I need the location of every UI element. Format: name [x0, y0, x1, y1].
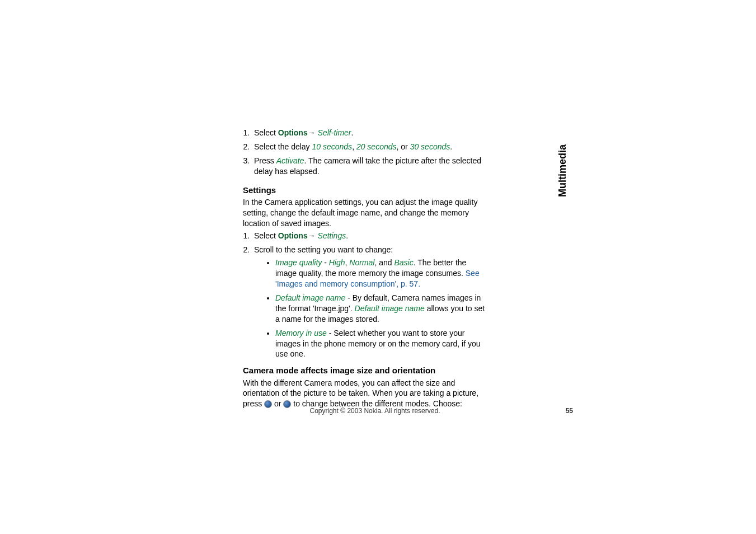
default-image-name-bullet: Default image name - By default, Camera … — [275, 293, 489, 325]
step-3: Press Activate. The camera will take the… — [252, 156, 489, 177]
text: Press — [254, 156, 276, 165]
page-footer: Copyright © 2003 Nokia. All rights reser… — [243, 407, 573, 415]
arrow: → — [308, 231, 316, 240]
quality-basic: Basic — [394, 258, 413, 267]
delay-30s: 30 seconds — [410, 142, 450, 151]
period: . — [351, 128, 354, 137]
copyright-text: Copyright © 2003 Nokia. All rights reser… — [243, 407, 507, 415]
page-container: Multimedia Select Options→ Self-timer. S… — [0, 0, 756, 534]
settings-step-1: Select Options→ Settings. — [252, 231, 489, 241]
period: . — [450, 142, 452, 151]
quality-high: High — [329, 258, 345, 267]
step-2: Select the delay 10 seconds, 20 seconds,… — [252, 142, 489, 152]
arrow: → — [308, 128, 316, 137]
settings-intro: In the Camera application settings, you … — [243, 197, 489, 229]
self-timer-option: Self-timer — [316, 128, 351, 137]
settings-option: Settings — [316, 231, 346, 240]
camera-mode-heading: Camera mode affects image size and orien… — [243, 365, 489, 376]
period: . — [346, 231, 348, 240]
text: Select the delay — [254, 142, 312, 151]
settings-options-list: Image quality - High, Normal, and Basic.… — [254, 257, 489, 359]
delay-10s: 10 seconds — [312, 142, 353, 151]
settings-steps: Select Options→ Settings. Scroll to the … — [243, 231, 489, 359]
text: Select — [254, 128, 278, 137]
default-image-name-label: Default image name — [275, 293, 345, 302]
delay-20s: 20 seconds — [356, 142, 397, 151]
page-number: 55 — [566, 407, 573, 415]
image-quality-label: Image quality — [275, 258, 322, 267]
options-keyword: Options — [278, 231, 308, 240]
camera-mode-text: With the different Camera modes, you can… — [243, 378, 489, 410]
comma: , — [352, 142, 356, 151]
image-quality-bullet: Image quality - High, Normal, and Basic.… — [275, 257, 489, 289]
settings-step-2: Scroll to the setting you want to change… — [252, 245, 489, 359]
quality-normal: Normal — [349, 258, 374, 267]
activate-option: Activate — [276, 156, 304, 165]
text: Scroll to the setting you want to change… — [254, 245, 393, 254]
options-keyword: Options — [278, 128, 308, 137]
memory-in-use-bullet: Memory in use - Select whether you want … — [275, 328, 489, 360]
step-1: Select Options→ Self-timer. — [252, 128, 489, 138]
memory-in-use-label: Memory in use — [275, 329, 327, 338]
text: Select — [254, 231, 278, 240]
dash: - — [322, 258, 328, 267]
default-image-name-label-2: Default image name — [355, 304, 425, 313]
section-label-multimedia: Multimedia — [557, 144, 569, 197]
main-content: Select Options→ Self-timer. Select the d… — [243, 128, 489, 411]
comma-and: , and — [374, 258, 394, 267]
settings-heading: Settings — [243, 185, 489, 196]
comma-or: , or — [397, 142, 410, 151]
self-timer-steps: Select Options→ Self-timer. Select the d… — [243, 128, 489, 177]
